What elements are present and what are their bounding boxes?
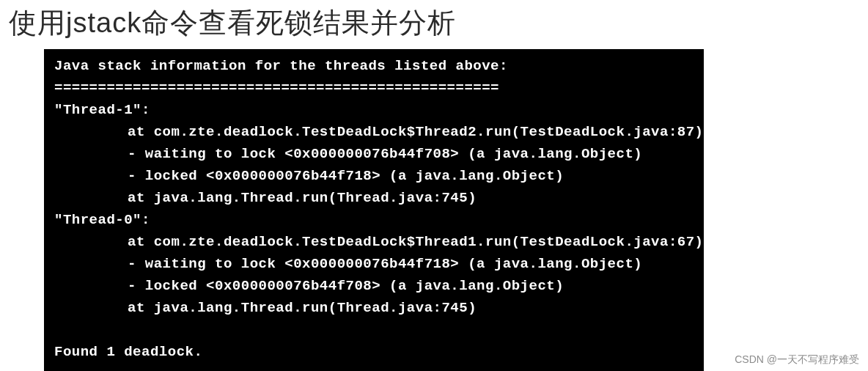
terminal-container: Java stack information for the threads l… xyxy=(0,49,868,371)
stack-line: at com.zte.deadlock.TestDeadLock$Thread2… xyxy=(54,121,696,143)
blank-line xyxy=(54,322,63,338)
stack-line: - locked <0x000000076b44f708> (a java.la… xyxy=(54,275,696,297)
terminal-output: Java stack information for the threads l… xyxy=(44,49,704,371)
page: 使用jstack命令查看死锁结果并分析 Java stack informati… xyxy=(0,0,868,371)
stack-line: - waiting to lock <0x000000076b44f718> (… xyxy=(54,253,696,275)
thread-name: "Thread-1": xyxy=(54,102,150,118)
stack-line: at java.lang.Thread.run(Thread.java:745) xyxy=(54,187,696,209)
stack-line: - locked <0x000000076b44f718> (a java.la… xyxy=(54,165,696,187)
page-title: 使用jstack命令查看死锁结果并分析 xyxy=(0,0,868,49)
watermark-text: CSDN @一天不写程序难受 xyxy=(735,353,859,367)
stack-line: at java.lang.Thread.run(Thread.java:745) xyxy=(54,297,696,319)
divider-line: ========================================… xyxy=(54,80,499,96)
thread-name: "Thread-0": xyxy=(54,212,150,228)
deadlock-footer: Found 1 deadlock. xyxy=(54,344,202,360)
stack-header: Java stack information for the threads l… xyxy=(54,58,508,74)
stack-line: - waiting to lock <0x000000076b44f708> (… xyxy=(54,143,696,165)
stack-line: at com.zte.deadlock.TestDeadLock$Thread1… xyxy=(54,231,696,253)
